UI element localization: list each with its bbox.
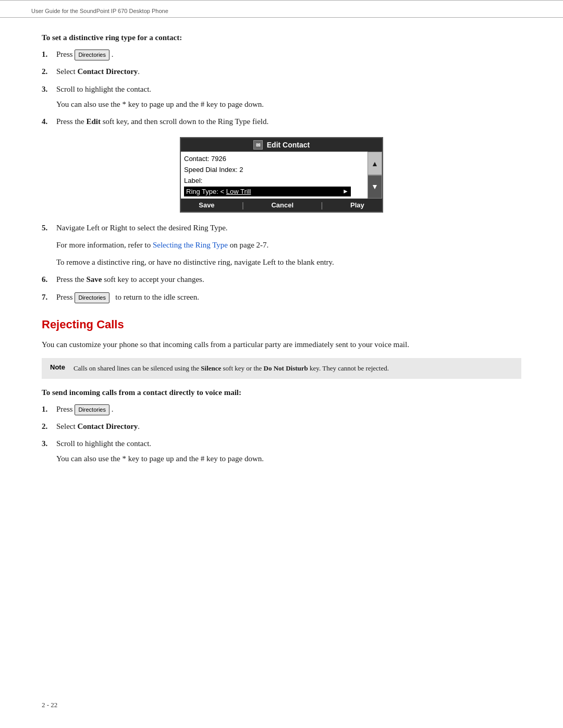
s2-step-2-bold: Contact Directory — [77, 422, 138, 430]
section1-heading: To set a distinctive ring type for a con… — [42, 33, 521, 42]
section2-heading2: To send incoming calls from a contact di… — [42, 388, 521, 397]
phone-title-bar: ✉ Edit Contact — [181, 138, 382, 152]
step-1: 1. Press Directories . — [42, 48, 521, 60]
s2-step-2-num: 2. — [42, 421, 56, 433]
softkey-play[interactable]: Play — [342, 200, 373, 210]
step-6-save: Save — [87, 275, 102, 283]
step-4-edit: Edit — [87, 117, 101, 126]
softkey-divider-1: | — [242, 200, 244, 210]
step-4-num: 4. — [42, 116, 56, 128]
step-2: 2. Select Contact Directory. — [42, 66, 521, 78]
step-6: 6. Press the Save soft key to accept you… — [42, 274, 521, 286]
step-2-num: 2. — [42, 66, 56, 78]
softkey-save[interactable]: Save — [190, 200, 223, 210]
steps-list-4: 1. Press Directories . 2. Select Contact… — [42, 403, 521, 465]
step-7-content: Press Directories to return to the idle … — [56, 291, 521, 303]
phone-nav-area: ▲ ▼ — [368, 152, 382, 198]
phone-row-1: Contact: 7926 — [184, 154, 351, 165]
step-2-content: Select Contact Directory. — [56, 66, 521, 78]
step-3-sub: You can also use the * key to page up an… — [56, 98, 521, 110]
phone-nav-down[interactable]: ▼ — [368, 175, 382, 199]
header-top-rule — [0, 0, 563, 1]
s2-step-1-num: 1. — [42, 403, 56, 415]
note-content: Calls on shared lines can be silenced us… — [74, 358, 521, 379]
s2-step-3: 3. Scroll to highlight the contact. You … — [42, 438, 521, 465]
note-label: Note — [42, 358, 74, 379]
step-5-num: 5. — [42, 222, 56, 234]
s2-step-3-num: 3. — [42, 438, 56, 465]
remove-ring-para: To remove a distinctive ring, or have no… — [56, 256, 521, 268]
s2-step-2: 2. Select Contact Directory. — [42, 421, 521, 433]
page-container: User Guide for the SoundPoint IP 670 Des… — [0, 0, 563, 728]
step-6-num: 6. — [42, 274, 56, 286]
step-1-num: 1. — [42, 48, 56, 60]
phone-screen: ✉ Edit Contact Contact: 7926 Speed Dial … — [180, 137, 383, 212]
step-5-content: Navigate Left or Right to select the des… — [56, 222, 521, 234]
step-3-num: 3. — [42, 83, 56, 111]
steps-list-1: 1. Press Directories . 2. Select Contact… — [42, 48, 521, 128]
step-7-num: 7. — [42, 291, 56, 303]
s2-step-1: 1. Press Directories . — [42, 403, 521, 415]
directories-btn-2: Directories — [75, 292, 109, 303]
s2-step-3-sub: You can also use the * key to page up an… — [56, 453, 521, 465]
step-2-bold: Contact Directory — [77, 67, 138, 76]
phone-body: Contact: 7926 Speed Dial Index: 2 Label:… — [181, 152, 368, 198]
step-1-content: Press Directories . — [56, 48, 521, 60]
s2-step-2-content: Select Contact Directory. — [56, 421, 521, 433]
step-5: 5. Navigate Left or Right to select the … — [42, 222, 521, 234]
softkey-divider-2: | — [321, 200, 323, 210]
main-content: To set a distinctive ring type for a con… — [0, 18, 563, 491]
step-6-content: Press the Save soft key to accept your c… — [56, 274, 521, 286]
phone-softkeys: Save | Cancel | Play — [181, 199, 382, 212]
phone-nav-up[interactable]: ▲ — [368, 152, 382, 175]
directories-btn-3: Directories — [75, 404, 109, 415]
step-4-content: Press the Edit soft key, and then scroll… — [56, 116, 521, 128]
phone-title-icon: ✉ — [253, 140, 263, 150]
ref-paragraph: For more information, refer to Selecting… — [56, 239, 521, 251]
phone-row-3: Label: — [184, 176, 351, 187]
directories-btn-1: Directories — [75, 50, 109, 60]
section2-title: Rejecting Calls — [42, 318, 521, 331]
ring-type-value: Low Trill — [226, 188, 251, 195]
phone-row-4-highlight: Ring Type: < Low Trill ► — [184, 187, 351, 196]
step-3-content: Scroll to highlight the contact. You can… — [56, 83, 521, 111]
section2-intro: You can customize your phone so that inc… — [42, 339, 521, 351]
phone-screen-wrapper: ✉ Edit Contact Contact: 7926 Speed Dial … — [42, 137, 521, 212]
steps-list-2: 5. Navigate Left or Right to select the … — [42, 222, 521, 234]
phone-title-text: Edit Contact — [267, 141, 310, 149]
step-3: 3. Scroll to highlight the contact. You … — [42, 83, 521, 111]
note-silence: Silence — [201, 364, 221, 372]
ring-type-text: Ring Type: < Low Trill — [186, 188, 251, 195]
s2-step-3-content: Scroll to highlight the contact. You can… — [56, 438, 521, 465]
selecting-ring-type-link[interactable]: Selecting the Ring Type — [153, 241, 228, 249]
header-text: User Guide for the SoundPoint IP 670 Des… — [0, 4, 563, 14]
footer-page-number: 2 - 22 — [42, 701, 57, 709]
phone-row-2: Speed Dial Index: 2 — [184, 165, 351, 176]
softkey-cancel[interactable]: Cancel — [263, 200, 302, 210]
step-7: 7. Press Directories to return to the id… — [42, 291, 521, 303]
s2-step-1-content: Press Directories . — [56, 403, 521, 415]
arrow-right-icon: ► — [342, 188, 349, 195]
note-dnd: Do Not Disturb — [264, 364, 308, 372]
phone-body-area: Contact: 7926 Speed Dial Index: 2 Label:… — [181, 152, 382, 198]
step-4: 4. Press the Edit soft key, and then scr… — [42, 116, 521, 128]
note-box: Note Calls on shared lines can be silenc… — [42, 358, 521, 379]
steps-list-3: 6. Press the Save soft key to accept you… — [42, 274, 521, 303]
